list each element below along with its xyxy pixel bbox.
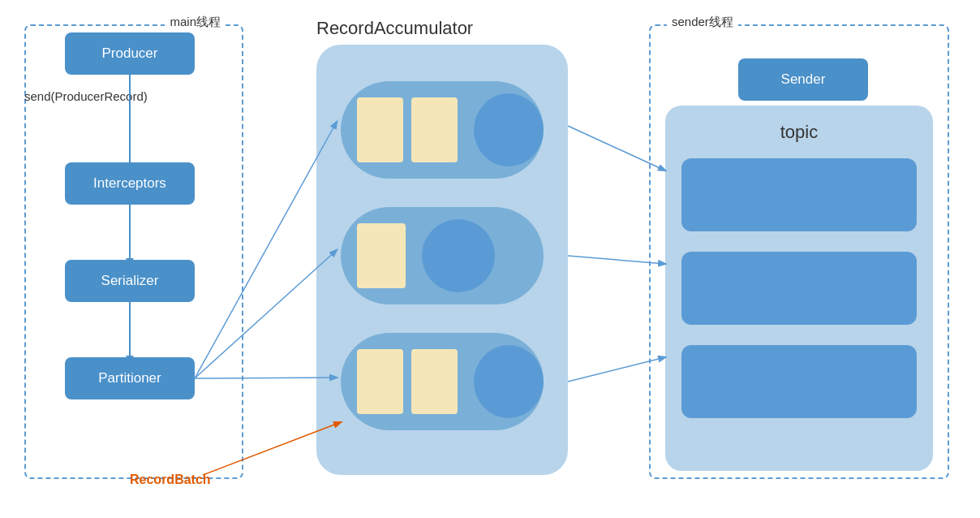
partitioner-box: Partitioner xyxy=(65,357,195,399)
record-batch-label: RecordBatch xyxy=(130,473,211,487)
record-batch-item-3b xyxy=(411,349,458,414)
partition-box-2 xyxy=(681,252,917,325)
record-batch-item-1a xyxy=(357,97,403,162)
deque-row-3 xyxy=(341,333,544,430)
arrow-serializer-to-partitioner xyxy=(129,302,131,357)
accumulator-outer xyxy=(316,45,568,475)
accumulator-title: RecordAccumulator xyxy=(316,18,473,39)
main-thread-label: main线程 xyxy=(165,15,226,30)
diagram-container: main线程 send(ProducerRecord) Producer Int… xyxy=(0,0,980,518)
record-batch-item-2a xyxy=(357,223,406,288)
record-batch-item-3a xyxy=(357,349,403,414)
interceptors-box: Interceptors xyxy=(65,162,195,205)
deque-row-1 xyxy=(341,81,544,179)
sender-thread-label: sender线程 xyxy=(667,15,738,30)
deque-row-2 xyxy=(341,207,544,304)
arrow-interceptors-to-serializer xyxy=(129,205,131,260)
deque-circle-3 xyxy=(474,345,544,418)
topic-outer: topic xyxy=(665,106,933,471)
deque-circle-1 xyxy=(474,93,544,166)
partition-box-1 xyxy=(681,158,917,231)
topic-title: topic xyxy=(665,122,933,143)
arrow-producer-to-interceptors xyxy=(129,75,131,164)
partition-box-3 xyxy=(681,345,917,418)
deque-circle-2 xyxy=(422,219,495,292)
producer-box: Producer xyxy=(65,32,195,75)
serializer-box: Serializer xyxy=(65,260,195,302)
sender-box: Sender xyxy=(738,58,868,101)
record-batch-item-1b xyxy=(411,97,458,162)
